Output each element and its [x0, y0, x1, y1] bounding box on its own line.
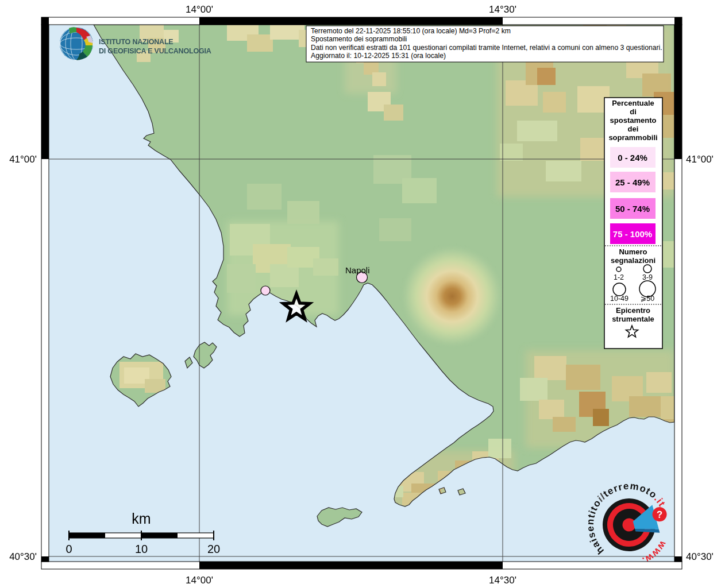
size-label: ⩾50: [641, 295, 654, 303]
legend-epicenter-title: strumentale: [612, 315, 654, 323]
vesuvius-relief: [399, 243, 505, 349]
legend-swatch-label: 75 - 100%: [613, 229, 652, 239]
info-box: Terremoto del 22-11-2025 18:55:10 (ora l…: [306, 26, 664, 62]
scale-tick-20: 20: [207, 543, 220, 555]
lat-label-right-top: 41°00': [686, 154, 714, 165]
legend-title-line: dei: [628, 125, 639, 133]
legend-reports-title: segnalazioni: [611, 256, 656, 265]
legend-title-line: soprammobili: [608, 133, 657, 142]
legend-title-line: di: [630, 107, 637, 116]
legend-swatch-label: 50 - 74%: [615, 204, 650, 214]
size-label: 1-2: [614, 273, 624, 281]
legend-title-line: Percentuale: [612, 99, 654, 107]
info-line-event: Terremoto del 22-11-2025 18:55:10 (ora l…: [311, 27, 511, 35]
info-line-source: Dati non verificati estratti da 101 ques…: [311, 44, 662, 52]
lat-label-left-top: 41°00': [9, 154, 37, 165]
size-label: 10-49: [610, 295, 629, 303]
info-line-updated: Aggiornato il: 10-12-2025 15:31 (ora loc…: [311, 52, 446, 60]
legend-title-line: spostamento: [610, 116, 657, 125]
scale-tick-0: 0: [65, 543, 72, 555]
lon-label-bottom-right: 14°30': [489, 575, 516, 586]
size-dot-1-2: [616, 267, 621, 272]
legend-reports-title: Numero: [619, 247, 647, 256]
ingv-name-line1: ISTITUTO NAZIONALE: [99, 38, 173, 46]
legend-swatch-label: 25 - 49%: [615, 177, 650, 187]
legend: Percentuale di spostamento dei soprammob…: [604, 98, 662, 349]
size-dot-10-49: [613, 283, 626, 296]
scale-unit: km: [132, 510, 151, 527]
question-mark: ?: [657, 509, 663, 520]
city-label: Napoli: [345, 265, 370, 275]
legend-epicenter-title: Epicentro: [616, 306, 650, 315]
lat-label-left-bottom: 40°30': [9, 551, 37, 562]
macroseismic-map-page: km 0 10 20 Napoli ? haisentitoilterremot…: [0, 0, 721, 588]
lon-label-bottom-left: 14°00': [186, 575, 213, 586]
report-dot-pozzuoli: [261, 286, 270, 295]
map-figure: km 0 10 20 Napoli ? haisentitoilterremot…: [0, 0, 721, 588]
lon-label-top-right: 14°30': [489, 4, 516, 15]
lat-label-right-bottom: 40°30': [686, 551, 714, 562]
size-label: 3-9: [642, 273, 653, 281]
info-line-effect: Spostamento dei soprammobili: [311, 35, 407, 43]
size-dot-3-9: [643, 265, 651, 273]
legend-swatch-label: 0 - 24%: [618, 153, 647, 163]
lon-label-top-left: 14°00': [186, 4, 213, 15]
scale-tick-10: 10: [135, 543, 148, 555]
ingv-name-line2: DI GEOFISICA E VULCANOLOGIA: [99, 47, 211, 55]
